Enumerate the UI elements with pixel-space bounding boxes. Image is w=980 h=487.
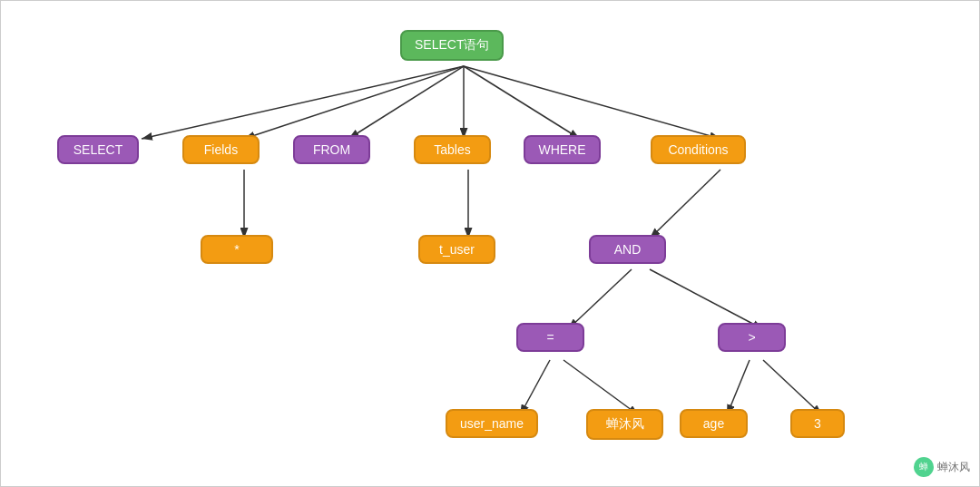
node-where: WHERE	[524, 135, 601, 164]
svg-line-9	[650, 170, 720, 239]
svg-line-15	[763, 360, 822, 415]
node-age: age	[680, 409, 748, 438]
node-conditions: Conditions	[651, 135, 746, 164]
node-value-3: 3	[790, 409, 845, 438]
svg-line-12	[520, 360, 550, 415]
svg-line-3	[348, 66, 464, 139]
svg-line-2	[244, 66, 464, 139]
watermark-icon: 蝉	[914, 457, 934, 477]
svg-line-6	[464, 66, 720, 139]
node-from: FROM	[293, 135, 370, 164]
node-t-user: t_user	[418, 235, 495, 264]
svg-line-10	[568, 269, 632, 329]
node-eq: =	[516, 323, 584, 352]
node-and: AND	[589, 235, 666, 264]
svg-line-5	[464, 66, 580, 139]
node-select: SELECT	[57, 135, 139, 164]
node-fields: Fields	[182, 135, 260, 164]
watermark-text: 蝉沐风	[937, 460, 970, 475]
svg-line-1	[142, 66, 464, 139]
node-user-name: user_name	[446, 409, 538, 438]
node-root: SELECT语句	[400, 30, 504, 61]
svg-line-11	[650, 269, 763, 329]
node-tables: Tables	[414, 135, 491, 164]
diagram-canvas: SELECT语句 SELECT Fields FROM Tables WHERE…	[0, 0, 980, 487]
node-value-name: 蝉沐风	[586, 409, 663, 440]
node-gt: >	[718, 323, 786, 352]
watermark: 蝉 蝉沐风	[914, 457, 970, 477]
svg-line-13	[564, 360, 639, 415]
svg-line-14	[727, 360, 750, 415]
node-star: *	[201, 235, 273, 264]
